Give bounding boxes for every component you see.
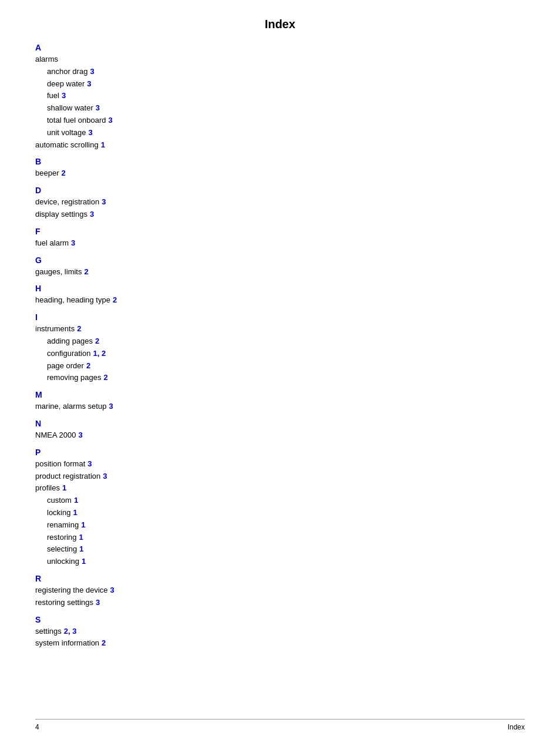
- entry-page-number: 1: [81, 519, 85, 532]
- index-entry: system information2: [35, 637, 525, 650]
- index-entry: restoring settings3: [35, 597, 525, 609]
- letter-heading: B: [35, 157, 525, 166]
- entry-page-number: 1: [79, 543, 83, 556]
- index-entry: display settings3: [35, 209, 525, 221]
- entry-page-number: 3: [110, 584, 114, 597]
- index-entry: fuel3: [35, 90, 525, 102]
- index-entry: unlocking1: [35, 556, 525, 568]
- entry-page-number: 3: [62, 90, 66, 102]
- index-entry: device, registration3: [35, 196, 525, 209]
- index-entry: fuel alarm3: [35, 237, 525, 250]
- index-entry: beeper2: [35, 167, 525, 180]
- entry-page-number: 1: [74, 495, 78, 507]
- entry-text: restoring settings: [35, 597, 93, 609]
- entry-text: removing pages: [47, 372, 102, 384]
- index-entry: NMEA 20003: [35, 429, 525, 442]
- entry-text: system information: [35, 637, 99, 650]
- entry-page-number: 3: [103, 470, 107, 483]
- entry-page-number: 3: [87, 78, 91, 90]
- index-entry: alarms: [35, 53, 525, 66]
- index-entry: anchor drag3: [35, 66, 525, 78]
- entry-text: profiles: [35, 482, 60, 495]
- entry-text: alarms: [35, 53, 58, 66]
- index-entry: adding pages2: [35, 335, 525, 348]
- letter-heading: S: [35, 615, 525, 624]
- entry-text: settings: [35, 626, 62, 638]
- entry-text: fuel: [47, 90, 59, 102]
- index-entry: total fuel onboard3: [35, 115, 525, 127]
- index-entry: selecting1: [35, 543, 525, 556]
- entry-page-number: 1: [82, 556, 86, 568]
- letter-heading: M: [35, 390, 525, 399]
- entry-text: NMEA 2000: [35, 429, 76, 442]
- entry-page-number: 1: [73, 507, 77, 519]
- entry-page-number: 3: [109, 401, 113, 413]
- entry-page-number: 2: [102, 637, 106, 650]
- letter-heading: P: [35, 448, 525, 457]
- entry-text: fuel alarm: [35, 237, 69, 250]
- entry-text: configuration: [47, 348, 90, 360]
- entry-page-number: 3: [96, 102, 100, 115]
- entry-page-number: 2: [104, 372, 108, 384]
- entry-text: adding pages: [47, 335, 93, 348]
- index-entry: position format3: [35, 458, 525, 470]
- entry-text: shallow water: [47, 102, 93, 115]
- entry-text: registering the device: [35, 584, 108, 597]
- index-entry: heading, heading type2: [35, 294, 525, 307]
- entry-text: heading, heading type: [35, 294, 110, 307]
- entry-page-number: 3: [90, 209, 94, 221]
- index-section-r: Rregistering the device3restoring settin…: [35, 574, 525, 609]
- index-section-s: Ssettings2, 3system information2: [35, 615, 525, 650]
- index-entry: gauges, limits2: [35, 266, 525, 278]
- entry-page-number: 1: [101, 139, 105, 152]
- index-entry: settings2, 3: [35, 626, 525, 638]
- entry-text: marine, alarms setup: [35, 401, 106, 413]
- index-section-a: Aalarmsanchor drag3deep water3fuel3shall…: [35, 43, 525, 151]
- entry-text: automatic scrolling: [35, 139, 99, 152]
- entry-page-number: 3: [90, 66, 94, 78]
- index-section-b: Bbeeper2: [35, 157, 525, 180]
- entry-text: position format: [35, 458, 85, 470]
- index-section-d: Ddevice, registration3display settings3: [35, 186, 525, 221]
- entry-text: device, registration: [35, 196, 99, 209]
- letter-heading: H: [35, 284, 525, 293]
- entry-page-number: 2: [84, 266, 88, 278]
- index-entry: deep water3: [35, 78, 525, 90]
- entry-text: product registration: [35, 470, 100, 483]
- entry-page-number: 3: [89, 127, 93, 139]
- index-entry: registering the device3: [35, 584, 525, 597]
- letter-heading: I: [35, 312, 525, 322]
- entry-text: anchor drag: [47, 66, 87, 78]
- footer: 4 Index: [35, 719, 525, 731]
- index-section-i: Iinstruments2adding pages2configuration1…: [35, 312, 525, 384]
- index-entry: page order2: [35, 360, 525, 372]
- entry-text: custom: [47, 495, 72, 507]
- index-entry: marine, alarms setup3: [35, 401, 525, 413]
- index-entry: unit voltage3: [35, 127, 525, 139]
- letter-heading: D: [35, 186, 525, 195]
- index-entry: automatic scrolling1: [35, 139, 525, 152]
- entry-text: display settings: [35, 209, 87, 221]
- entry-page-number: 2: [95, 335, 99, 348]
- footer-label: Index: [508, 723, 525, 731]
- entry-page-number: 2: [86, 360, 90, 372]
- index-entry: product registration3: [35, 470, 525, 483]
- entry-page-number: 3: [102, 196, 106, 209]
- entry-text: gauges, limits: [35, 266, 82, 278]
- entry-text: total fuel onboard: [47, 115, 106, 127]
- entry-text: renaming: [47, 519, 79, 532]
- index-entry: configuration1, 2: [35, 348, 525, 360]
- entry-page-number: 1, 2: [93, 348, 106, 360]
- entry-text: beeper: [35, 167, 59, 180]
- index-entry: locking1: [35, 507, 525, 519]
- index-section-p: Pposition format3product registration3pr…: [35, 448, 525, 568]
- index-entry: profiles1: [35, 482, 525, 495]
- entry-page-number: 3: [78, 429, 82, 442]
- entry-page-number: 3: [87, 458, 92, 470]
- page: Index Aalarmsanchor drag3deep water3fuel…: [0, 0, 560, 743]
- entry-page-number: 2: [61, 167, 65, 180]
- entry-page-number: 1: [62, 482, 66, 495]
- letter-heading: N: [35, 419, 525, 428]
- entry-page-number: 3: [108, 115, 112, 127]
- entry-page-number: 2: [113, 294, 117, 307]
